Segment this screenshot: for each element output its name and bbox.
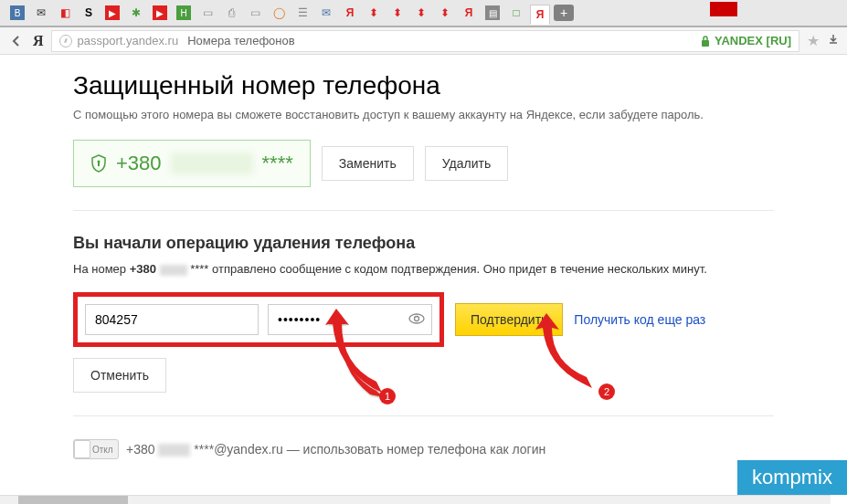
delete-message: На номер +380 **** отправлено сообщение … [73,262,774,276]
tab-icon[interactable]: ✱ [126,3,146,23]
use-as-login-row: Откл +380 ****@yandex.ru — использовать … [73,439,774,459]
svg-rect-0 [702,40,709,47]
delete-title: Вы начали операцию удаления телефона [73,234,774,253]
tab-icon[interactable]: □ [506,3,526,23]
shield-icon [90,154,107,173]
confirm-input-row: Подтвердить Получить код еще раз [73,292,774,347]
tab-icon-active[interactable]: Я [530,5,550,25]
code-input[interactable] [85,304,259,335]
bookmark-star-icon[interactable]: ★ [807,32,820,49]
phone-hidden-part [171,152,253,174]
tab-icon[interactable]: ◯ [269,3,289,23]
tab-icon[interactable]: ▭ [245,3,265,23]
download-icon[interactable] [827,33,840,48]
tab-icon[interactable]: Я [340,3,360,23]
url-page-title: Номера телефонов [187,34,295,47]
tab-icon[interactable]: ☰ [292,3,312,23]
url-domain: passport.yandex.ru [78,34,179,47]
browser-nav-bar: Я passport.yandex.ru Номера телефонов YA… [0,27,847,55]
tab-icon[interactable]: Я [459,3,479,23]
tab-icon[interactable]: ⬍ [364,3,384,23]
tab-icon[interactable]: ▭ [197,3,217,23]
watermark: kompmix [737,460,847,495]
back-button[interactable] [7,32,26,50]
tab-icon[interactable]: ✉ [316,3,336,23]
login-toggle[interactable]: Откл [73,439,119,459]
new-tab-button[interactable]: + [554,5,574,21]
browser-tab-strip: B ✉ ◧ S ▶ ✱ ▶ H ▭ ⎙ ▭ ◯ ☰ ✉ Я ⬍ ⬍ ⬍ ⬍ Я … [0,0,847,27]
replace-button[interactable]: Заменить [322,146,414,181]
svg-rect-2 [98,163,100,166]
tab-icon[interactable]: ⬍ [435,3,455,23]
tab-icon[interactable]: B [7,3,27,23]
page-title: Защищенный номер телефона [73,71,774,100]
delete-operation-section: Вы начали операцию удаления телефона На … [73,229,774,416]
highlighted-input-group [73,292,444,347]
lock-icon [700,35,711,47]
tab-icon[interactable]: ⎙ [221,3,241,23]
page-subtitle: С помощью этого номера вы сможете восста… [73,108,774,121]
svg-point-4 [415,317,419,321]
login-phone-text: +380 ****@yandex.ru — использовать номер… [126,442,545,457]
svg-point-3 [409,314,424,323]
tab-icon[interactable]: ✉ [31,3,51,23]
horizontal-scrollbar[interactable] [0,495,831,504]
page-content: Защищенный номер телефона С помощью этог… [0,55,847,476]
password-input[interactable] [268,304,432,335]
annotation-number-1: 1 [379,388,396,404]
delete-button[interactable]: Удалить [425,146,508,181]
protected-phone-row: +380 **** Заменить Удалить [73,140,774,211]
url-bar[interactable]: passport.yandex.ru Номера телефонов YAND… [51,30,799,52]
tab-icon[interactable]: ⬍ [387,3,408,23]
resend-code-link[interactable]: Получить код еще раз [574,312,705,327]
phone-masked: **** [262,152,293,175]
tab-icon[interactable]: ▶ [102,3,122,23]
tab-icon[interactable]: H [174,3,194,23]
tab-icon[interactable]: ◧ [55,3,75,23]
toggle-handle [74,440,90,458]
tab-icon[interactable]: ▤ [482,3,503,23]
reload-icon[interactable] [59,35,72,47]
red-indicator [710,2,737,16]
security-badge: YANDEX [RU] [700,34,791,47]
cancel-button[interactable]: Отменить [73,358,166,393]
tab-icon[interactable]: S [79,3,99,23]
show-password-icon[interactable] [408,311,425,328]
phone-prefix: +380 [116,152,162,175]
yandex-logo[interactable]: Я [33,33,44,49]
tab-icon[interactable]: ⬍ [411,3,431,23]
tab-icon[interactable]: ▶ [150,3,170,23]
annotation-number-2: 2 [598,383,615,400]
phone-display: +380 **** [73,140,311,187]
confirm-button[interactable]: Подтвердить [455,303,563,336]
